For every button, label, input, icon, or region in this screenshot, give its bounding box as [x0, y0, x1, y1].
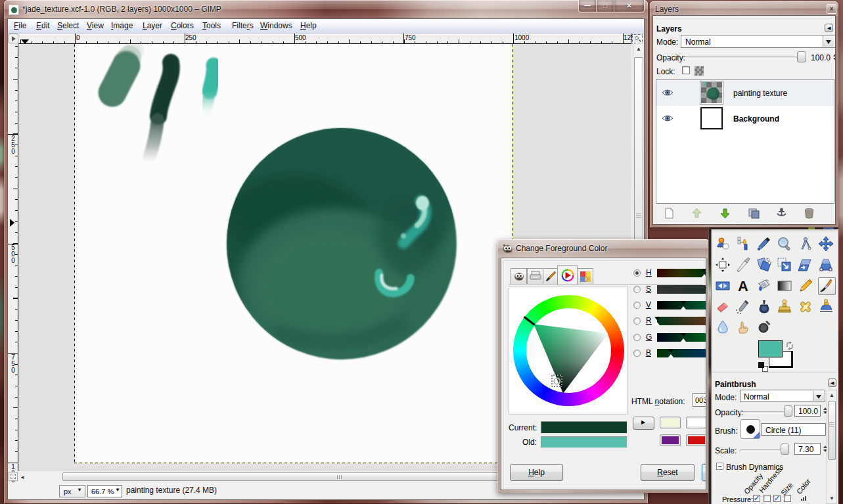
svg-text:A: A: [738, 278, 748, 294]
